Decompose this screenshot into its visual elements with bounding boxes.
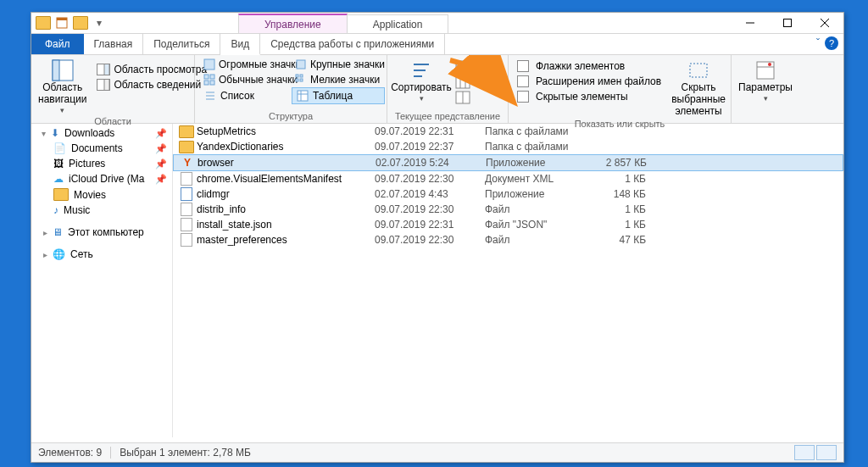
nav-network[interactable]: ▸🌐Сеть	[31, 247, 172, 262]
nav-movies[interactable]: Movies	[31, 186, 172, 203]
file-size: 1 КБ	[587, 173, 646, 185]
network-icon: 🌐	[53, 248, 65, 260]
contextual-tab-manage[interactable]: Управление	[238, 14, 348, 33]
file-name: distrib_info	[197, 203, 375, 215]
nav-label: Pictures	[69, 158, 105, 170]
layout-large-button[interactable]: Крупные значки	[292, 57, 383, 72]
details-pane-button[interactable]: Область сведений	[93, 77, 210, 92]
button-label: Таблица	[313, 90, 353, 102]
navigation-pane-button[interactable]: Область навигации▾	[36, 57, 88, 116]
preview-pane-button[interactable]: Область просмотра	[93, 62, 210, 77]
filename-extensions-toggle[interactable]: Расширения имен файлов	[514, 75, 665, 88]
maximize-button[interactable]	[769, 13, 806, 33]
tab-file[interactable]: Файл	[31, 34, 84, 54]
status-item-count: Элементов: 9	[38, 447, 102, 459]
navigation-pane[interactable]: ▾⬇Downloads📌 📄Documents📌 🖼Pictures📌 ☁iCl…	[31, 124, 173, 437]
tab-view[interactable]: Вид	[220, 34, 260, 55]
file-list[interactable]: SetupMetrics09.07.2019 22:31Папка с файл…	[173, 124, 843, 437]
file-row[interactable]: Ybrowser02.07.2019 5:24Приложение2 857 К…	[173, 154, 843, 171]
window-title-text: Application	[373, 19, 423, 31]
group-by-icon[interactable]	[455, 60, 470, 74]
file-row[interactable]: YandexDictionaries09.07.2019 22:37Папка …	[173, 139, 843, 154]
cloud-icon: ☁	[53, 173, 64, 185]
file-date: 09.07.2019 22:31	[375, 219, 485, 231]
pictures-icon: 🖼	[53, 158, 64, 170]
nav-downloads[interactable]: ▾⬇Downloads📌	[31, 125, 172, 141]
svg-rect-38	[690, 64, 707, 77]
svg-rect-25	[298, 91, 308, 101]
content-area: ▾⬇Downloads📌 📄Documents📌 🖼Pictures📌 ☁iCl…	[31, 124, 843, 437]
nav-pictures[interactable]: 🖼Pictures📌	[31, 156, 172, 171]
minimize-button[interactable]	[732, 13, 769, 33]
sort-by-button[interactable]: Сортировать▾	[392, 57, 450, 104]
file-type: Документ XML	[485, 173, 587, 185]
checkbox-icon	[517, 75, 529, 87]
ribbon-group-options: Параметры▾	[732, 55, 803, 123]
titlebar: ▾ Управление Application	[31, 13, 843, 34]
svg-rect-31	[456, 61, 470, 73]
file-type: Файл	[485, 203, 587, 215]
file-date: 09.07.2019 22:30	[375, 203, 485, 215]
item-checkboxes-toggle[interactable]: Флажки элементов	[514, 59, 665, 73]
folder-icon	[35, 14, 52, 31]
file-row[interactable]: SetupMetrics09.07.2019 22:31Папка с файл…	[173, 124, 843, 139]
ribbon-collapse-button[interactable]: ˇ	[816, 37, 820, 49]
ribbon-group-current-view: Сортировать▾ Текущее представление	[387, 55, 509, 123]
button-label: Область навигации	[38, 82, 86, 106]
pin-icon: 📌	[155, 174, 167, 185]
hide-selected-icon	[687, 58, 710, 82]
nav-label: Этот компьютер	[68, 226, 144, 238]
nav-this-pc[interactable]: ▸🖥Этот компьютер	[31, 225, 172, 240]
close-button[interactable]	[806, 13, 843, 33]
layout-extra-large-button[interactable]: Огромные значки	[200, 57, 292, 72]
nav-music[interactable]: ♪Music	[31, 203, 172, 218]
file-row[interactable]: clidmgr02.07.2019 4:43Приложение148 КБ	[173, 186, 843, 202]
folder-icon	[179, 141, 194, 153]
svg-rect-3	[784, 19, 792, 27]
preview-pane-icon	[97, 63, 110, 76]
svg-rect-14	[204, 75, 209, 79]
options-button[interactable]: Параметры▾	[737, 57, 794, 104]
chevron-right-icon: ▸	[43, 228, 47, 237]
qat-dropdown-button[interactable]: ▾	[91, 14, 108, 31]
view-details-button[interactable]	[794, 445, 815, 460]
chevron-right-icon: ▸	[43, 250, 47, 259]
svg-rect-16	[204, 81, 209, 85]
file-row[interactable]: master_preferences09.07.2019 22:30Файл47…	[173, 232, 843, 247]
hidden-items-toggle[interactable]: Скрытые элементы	[514, 90, 665, 103]
toggle-label: Расширения имен файлов	[536, 75, 661, 87]
contextual-tabs: Управление Application	[238, 13, 448, 33]
tab-home[interactable]: Главная	[84, 34, 144, 54]
layout-medium-button[interactable]: Обычные значки	[200, 72, 292, 87]
size-columns-icon[interactable]	[455, 91, 470, 104]
button-label: Область сведений	[114, 79, 201, 91]
nav-icloud[interactable]: ☁iCloud Drive (Ma📌	[31, 171, 172, 186]
file-date: 09.07.2019 22:30	[375, 173, 485, 185]
svg-point-41	[768, 63, 771, 66]
svg-rect-11	[104, 80, 109, 91]
layout-details-button[interactable]: Таблица	[292, 87, 385, 104]
nav-label: Movies	[74, 189, 106, 201]
nav-documents[interactable]: 📄Documents📌	[31, 141, 172, 156]
tab-apptools[interactable]: Средства работы с приложениями	[260, 34, 445, 54]
file-row[interactable]: chrome.VisualElementsManifest09.07.2019 …	[173, 171, 843, 186]
qat-new-folder-button[interactable]	[72, 14, 89, 31]
downloads-icon: ⬇	[51, 127, 59, 139]
yandex-browser-icon: Y	[184, 157, 191, 169]
layout-list-button[interactable]: Список	[200, 87, 292, 104]
qat-properties-button[interactable]	[53, 14, 70, 31]
file-row[interactable]: distrib_info09.07.2019 22:30Файл1 КБ	[173, 202, 843, 217]
checkbox-icon	[517, 60, 529, 72]
tab-share[interactable]: Поделиться	[143, 34, 220, 54]
add-columns-icon[interactable]	[455, 75, 470, 89]
button-label: Обычные значки	[219, 74, 298, 86]
file-date: 09.07.2019 22:37	[375, 141, 485, 153]
view-large-icons-button[interactable]	[816, 445, 837, 460]
file-row[interactable]: install_state.json09.07.2019 22:31Файл "…	[173, 217, 843, 232]
file-name: install_state.json	[197, 219, 375, 231]
layout-small-button[interactable]: Мелкие значки	[292, 72, 383, 87]
hide-selected-button[interactable]: Скрыть выбранные элементы	[670, 57, 727, 119]
pin-icon: 📌	[155, 143, 167, 154]
file-size: 1 КБ	[587, 203, 646, 215]
help-button[interactable]: ?	[825, 36, 838, 50]
